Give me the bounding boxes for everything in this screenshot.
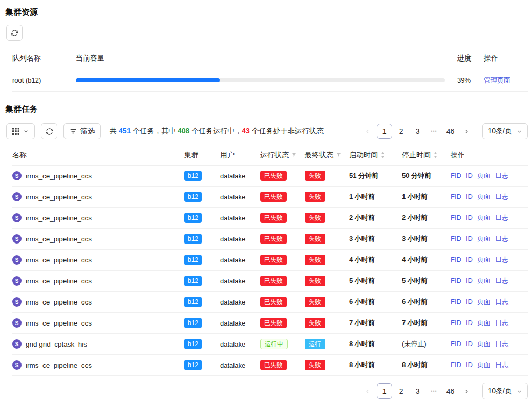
queue-progress-fill <box>76 78 220 82</box>
row-action-link[interactable]: ID <box>466 319 473 327</box>
page-size-select[interactable]: 10条/页 <box>482 383 528 399</box>
pagination-page[interactable]: 3 <box>411 124 425 139</box>
row-action-link[interactable]: 日志 <box>495 193 508 200</box>
row-action-link[interactable]: 日志 <box>495 172 508 179</box>
task-name: irms_ce_pipeline_ccs <box>26 319 92 327</box>
column-header[interactable]: 最终状态 <box>305 151 349 160</box>
pagination-page[interactable]: 46 <box>443 383 458 399</box>
row-action-link[interactable]: FID <box>451 256 461 264</box>
row-action-link[interactable]: FID <box>451 361 461 369</box>
row-action-link[interactable]: 页面 <box>477 172 491 179</box>
pagination-page[interactable]: 2 <box>394 383 409 399</box>
pagination-prev[interactable] <box>360 124 375 139</box>
column-settings-dropdown[interactable] <box>6 123 35 139</box>
pagination-ellipsis[interactable]: ••• <box>427 124 441 139</box>
filter-lines-icon <box>70 128 77 135</box>
table-row: S irms_ce_pipeline_ccs b12 datalake 已失败 … <box>12 313 528 334</box>
stop-time: 4 小时前 <box>402 255 451 265</box>
pagination-next[interactable] <box>460 383 474 399</box>
row-action-link[interactable]: ID <box>466 361 473 369</box>
row-action-link[interactable]: FID <box>451 214 461 221</box>
row-action-link[interactable]: FID <box>451 319 461 327</box>
page-size-select[interactable]: 10条/页 <box>482 123 528 139</box>
column-header[interactable]: 停止时间 <box>402 151 451 160</box>
run-status-badge: 已失败 <box>260 360 287 370</box>
row-action-link[interactable]: ID <box>466 235 473 242</box>
cluster-resources-title: 集群资源 <box>5 7 528 18</box>
row-action-link[interactable]: 页面 <box>477 319 491 327</box>
row-action-link[interactable]: FID <box>451 172 461 179</box>
row-action-link[interactable]: ID <box>466 340 473 348</box>
row-action-link[interactable]: ID <box>466 298 473 306</box>
task-name: irms_ce_pipeline_ccs <box>26 193 92 201</box>
row-action-link[interactable]: FID <box>451 298 461 306</box>
task-user: datalake <box>220 340 260 348</box>
row-action-link[interactable]: 日志 <box>495 298 508 306</box>
row-action-link[interactable]: FID <box>451 340 461 348</box>
pagination-prev[interactable] <box>360 383 375 399</box>
row-action-link[interactable]: FID <box>451 277 461 285</box>
row-action-link[interactable]: 日志 <box>495 277 508 285</box>
pagination: 123•••4610条/页 <box>359 383 528 399</box>
filter-icon[interactable] <box>291 152 297 158</box>
row-action-link[interactable]: 页面 <box>477 193 491 200</box>
pagination-page[interactable]: 2 <box>394 124 409 139</box>
row-action-link[interactable]: ID <box>466 172 473 179</box>
task-name: irms_ce_pipeline_ccs <box>26 172 92 180</box>
row-action-link[interactable]: 日志 <box>495 340 508 348</box>
row-actions: FIDID页面日志 <box>451 276 528 286</box>
pagination-page[interactable]: 46 <box>443 124 458 139</box>
row-action-link[interactable]: 页面 <box>477 298 491 306</box>
row-action-link[interactable]: 日志 <box>495 214 508 221</box>
row-action-link[interactable]: ID <box>466 214 473 221</box>
row-action-link[interactable]: 日志 <box>495 361 508 369</box>
row-action-link[interactable]: 日志 <box>495 319 508 327</box>
final-status-badge: 失败 <box>305 171 325 181</box>
row-action-link[interactable]: 页面 <box>477 340 491 348</box>
row-action-link[interactable]: 页面 <box>477 277 491 285</box>
column-header[interactable]: 运行状态 <box>260 151 305 160</box>
pagination-next[interactable] <box>460 124 474 139</box>
cluster-tasks-title: 集群任务 <box>5 104 528 115</box>
task-user: datalake <box>220 277 260 285</box>
table-row: S irms_ce_pipeline_ccs b12 datalake 已失败 … <box>12 166 528 187</box>
cluster-badge: b12 <box>184 234 202 244</box>
row-action-link[interactable]: 页面 <box>477 361 491 369</box>
cluster-badge: b12 <box>184 276 202 286</box>
pagination-page[interactable]: 3 <box>411 383 425 399</box>
pagination-ellipsis[interactable]: ••• <box>427 383 441 399</box>
queue-capacity-cell <box>76 78 454 82</box>
row-action-link[interactable]: ID <box>466 277 473 285</box>
row-action-link[interactable]: 页面 <box>477 256 491 264</box>
queue-manage-link[interactable]: 管理页面 <box>484 76 510 84</box>
grid-icon <box>12 128 19 135</box>
filter-icon[interactable] <box>336 152 342 158</box>
sort-icon[interactable] <box>433 152 438 158</box>
row-action-link[interactable]: ID <box>466 256 473 264</box>
row-actions: FIDID页面日志 <box>451 339 528 349</box>
task-summary: 共 451 个任务，其中 408 个任务运行中，43 个任务处于非运行状态 <box>110 127 324 136</box>
row-actions: FIDID页面日志 <box>451 234 528 244</box>
pagination-page[interactable]: 1 <box>377 124 392 139</box>
page-size-value: 10条/页 <box>488 387 512 396</box>
column-header: 用户 <box>220 151 260 160</box>
row-action-link[interactable]: 日志 <box>495 256 508 264</box>
row-action-link[interactable]: ID <box>466 193 473 200</box>
row-action-link[interactable]: 页面 <box>477 235 491 242</box>
pagination: 123•••4610条/页 <box>359 123 528 139</box>
row-action-link[interactable]: FID <box>451 235 461 242</box>
tasks-toolbar: 筛选 共 451 个任务，其中 408 个任务运行中，43 个任务处于非运行状态… <box>6 123 528 140</box>
filter-button[interactable]: 筛选 <box>63 123 101 139</box>
summary-segment: 43 <box>242 127 250 135</box>
tasks-refresh-button[interactable] <box>41 123 57 139</box>
pagination-page[interactable]: 1 <box>377 383 392 399</box>
start-time: 4 小时前 <box>349 255 402 265</box>
row-action-link[interactable]: FID <box>451 193 461 200</box>
sort-icon[interactable] <box>380 152 385 158</box>
run-status-badge: 已失败 <box>260 318 287 328</box>
column-header[interactable]: 启动时间 <box>349 151 402 160</box>
row-action-link[interactable]: 日志 <box>495 235 508 242</box>
row-action-link[interactable]: 页面 <box>477 214 491 221</box>
column-header-queue-name: 队列名称 <box>12 54 76 63</box>
resources-refresh-button[interactable] <box>6 25 23 41</box>
